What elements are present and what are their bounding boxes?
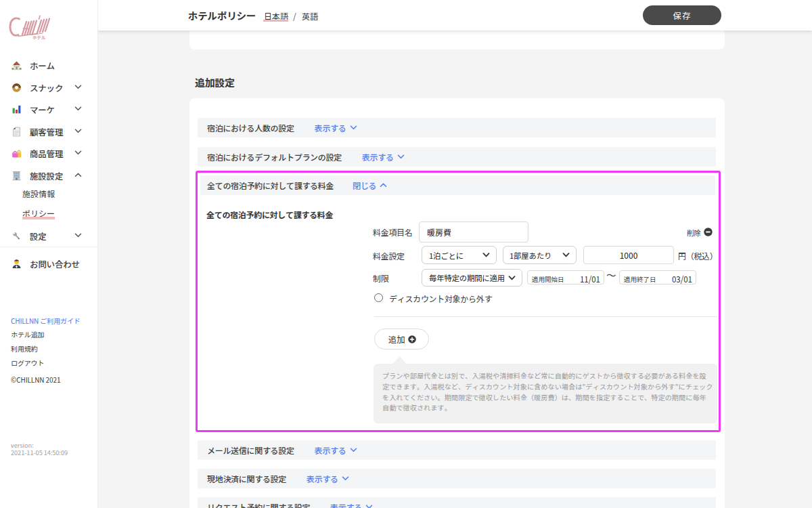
svg-text:ホテル: ホテル [32,34,46,41]
